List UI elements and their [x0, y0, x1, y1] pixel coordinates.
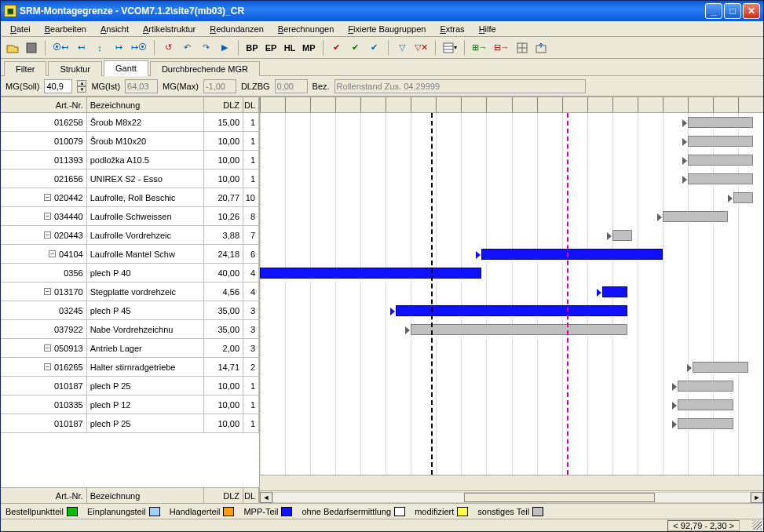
tree-remove-icon[interactable]: ⊟→ [492, 39, 512, 56]
gantt-bar[interactable] [411, 324, 627, 335]
undo-icon[interactable]: ↶ [178, 39, 196, 56]
gantt-bar[interactable] [688, 155, 753, 166]
minimize-button[interactable]: _ [705, 3, 722, 19]
col-header-dlz[interactable]: DLZ [204, 97, 243, 112]
menu-item[interactable]: Redundanzen [203, 21, 270, 36]
table-row[interactable]: −016265Halter stirnradgetriebe14,712 [1, 358, 259, 377]
col-header-art[interactable]: Art.-Nr. [1, 97, 87, 112]
tab[interactable]: Filter [4, 61, 46, 76]
col-header-bez[interactable]: Bezeichnung [87, 97, 205, 112]
table-row[interactable]: 016258Šroub M8x2215,001 [1, 113, 259, 132]
nav-prev-icon[interactable]: ↤ [72, 39, 90, 56]
check-green-icon[interactable]: ✔ [347, 39, 364, 56]
filter-icon[interactable]: ▽ [393, 39, 411, 56]
table-row[interactable]: 03245plech P 4535,003 [1, 301, 259, 320]
table-row[interactable]: −020442Laufrolle, Roll Beschic20,7710 [1, 188, 259, 207]
menu-item[interactable]: Extras [433, 21, 470, 36]
gantt-bar[interactable] [688, 136, 753, 147]
table-row[interactable]: 0356plech P 4040,004 [1, 264, 259, 282]
menu-item[interactable]: Datei [4, 21, 37, 36]
table-row[interactable]: 011393podložka A10.510,001 [1, 151, 259, 169]
scroll-thumb[interactable] [464, 493, 655, 502]
gantt-bar[interactable] [663, 211, 728, 222]
table-row[interactable]: 021656UNIREX S2 - Esso10,001 [1, 169, 259, 188]
grid-body[interactable]: 016258Šroub M8x2215,001010079Šroub M10x2… [1, 113, 259, 487]
gantt-row[interactable] [260, 395, 763, 414]
spinner-up-icon[interactable]: ▲ [77, 80, 86, 86]
menu-item[interactable]: Fixierte Baugruppen [342, 21, 432, 36]
nav-next-icon[interactable]: ↦ [110, 39, 127, 56]
gantt-bar[interactable] [693, 362, 748, 373]
gantt-row[interactable] [260, 358, 763, 377]
expander-icon[interactable]: − [44, 213, 51, 220]
menu-item[interactable]: Hilfe [473, 21, 503, 36]
close-button[interactable]: ✕ [743, 3, 760, 19]
gantt-bar[interactable] [688, 173, 753, 184]
nav-up-icon[interactable]: ↕ [91, 39, 108, 56]
gantt-row[interactable] [260, 264, 763, 282]
table-row[interactable]: 010079Šroub M10x2010,001 [1, 132, 259, 151]
resize-grip-icon[interactable] [752, 520, 762, 530]
table-row[interactable]: −050913Antrieb Lager2,003 [1, 339, 259, 358]
check-red-icon[interactable]: ✔ [328, 39, 345, 56]
scroll-track[interactable] [272, 492, 751, 503]
gantt-row[interactable] [260, 151, 763, 169]
gantt-body[interactable] [260, 113, 763, 475]
filter-clear-icon[interactable]: ▽✕ [412, 39, 430, 56]
table-icon[interactable] [514, 39, 531, 56]
tab[interactable]: Gantt [104, 60, 148, 76]
gantt-row[interactable] [260, 245, 763, 264]
table-row[interactable]: −04104Laufrolle Mantel Schw24,186 [1, 245, 259, 264]
gantt-row[interactable] [260, 339, 763, 358]
menu-item[interactable]: Ansicht [94, 21, 135, 36]
col-header-dl[interactable]: DL [243, 97, 259, 112]
gantt-bar[interactable] [678, 399, 733, 410]
scroll-right-icon[interactable]: ► [751, 492, 763, 503]
gantt-hscroll[interactable]: ◄ ► [260, 490, 763, 503]
gantt-row[interactable] [260, 377, 763, 395]
gantt-row[interactable] [260, 282, 763, 301]
expander-icon[interactable]: − [44, 231, 51, 239]
gantt-bar[interactable] [678, 381, 733, 392]
gantt-row[interactable] [260, 132, 763, 151]
nav-first-icon[interactable]: ⦿↤ [50, 39, 71, 56]
maximize-button[interactable]: □ [724, 3, 741, 19]
gantt-row[interactable] [260, 207, 763, 226]
list-icon[interactable]: ▾ [440, 39, 459, 56]
gantt-bar[interactable] [260, 268, 481, 279]
nav-last-icon[interactable]: ↦⦿ [129, 39, 149, 56]
expander-icon[interactable]: − [49, 250, 56, 257]
table-row[interactable]: 010335plech P 1210,001 [1, 395, 259, 414]
gantt-row[interactable] [260, 320, 763, 339]
table-row[interactable]: 037922Nabe Vordrehzeichnu35,003 [1, 320, 259, 339]
expander-icon[interactable]: − [44, 194, 51, 201]
gantt-row[interactable] [260, 169, 763, 188]
export-icon[interactable] [532, 39, 550, 56]
mgsoll-spinner[interactable]: ▲ ▼ [77, 80, 86, 93]
menu-item[interactable]: Berechnungen [272, 21, 341, 36]
hl-button[interactable]: HL [281, 39, 298, 56]
gantt-bar[interactable] [688, 117, 753, 128]
refresh-icon[interactable]: ↺ [159, 39, 177, 56]
menu-item[interactable]: Artikelstruktur [137, 21, 202, 36]
tab[interactable]: Durchbrechende MGR [150, 61, 260, 76]
table-row[interactable]: −013170Stegplatte vordrehzeic4,564 [1, 282, 259, 301]
bp-button[interactable]: BP [243, 39, 261, 56]
expander-icon[interactable]: − [44, 363, 51, 370]
tab[interactable]: Struktur [48, 61, 102, 76]
mp-button[interactable]: MP [300, 39, 318, 56]
gantt-bar[interactable] [678, 418, 733, 429]
run-icon[interactable]: ▶ [216, 39, 233, 56]
spinner-down-icon[interactable]: ▼ [77, 86, 86, 93]
expander-icon[interactable]: − [44, 288, 51, 295]
table-row[interactable]: −034440Laufrolle Schweissen10,268 [1, 207, 259, 226]
tree-insert-icon[interactable]: ⊞→ [470, 39, 490, 56]
table-row[interactable]: −020443Laufrolle Vordrehzeic3,887 [1, 226, 259, 245]
redo-icon[interactable]: ↷ [197, 39, 214, 56]
gantt-row[interactable] [260, 226, 763, 245]
gantt-row[interactable] [260, 188, 763, 207]
mgsoll-input[interactable] [44, 79, 72, 93]
gantt-row[interactable] [260, 414, 763, 433]
gantt-bar[interactable] [602, 286, 627, 297]
open-icon[interactable] [4, 39, 21, 56]
